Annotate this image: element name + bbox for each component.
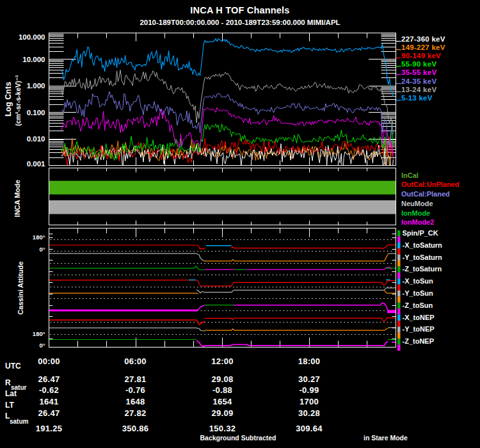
svg-text:100.000: 100.000 — [19, 33, 45, 41]
svg-text:350.86: 350.86 — [122, 424, 149, 433]
svg-text:Background Subtracted: Background Subtracted — [200, 434, 276, 442]
svg-text:-Z_toSaturn: -Z_toSaturn — [403, 265, 442, 273]
svg-text:29.09: 29.09 — [211, 408, 233, 418]
svg-text:0°: 0° — [39, 246, 45, 253]
svg-text:10.000: 10.000 — [22, 56, 45, 63]
svg-text:27.81: 27.81 — [124, 374, 146, 384]
svg-text:R: R — [5, 378, 11, 387]
svg-text:1648: 1648 — [125, 397, 145, 406]
svg-text:26.47: 26.47 — [38, 408, 60, 418]
svg-text:in Stare Mode: in Stare Mode — [364, 434, 408, 442]
svg-text:(cm²-sr-s-keV)⁻¹: (cm²-sr-s-keV)⁻¹ — [14, 75, 22, 126]
svg-text:InCal: InCal — [401, 172, 419, 179]
svg-text:-Z_toNEP: -Z_toNEP — [403, 337, 435, 345]
svg-text:-X_toNEP: -X_toNEP — [403, 314, 435, 321]
svg-text:-0.88: -0.88 — [212, 385, 232, 395]
svg-text:-Z_toSun: -Z_toSun — [403, 301, 433, 309]
svg-text:1641: 1641 — [39, 397, 58, 406]
svg-text:satum: satum — [10, 418, 29, 425]
svg-text:26.47: 26.47 — [38, 374, 60, 384]
svg-text:180°: 180° — [33, 330, 45, 337]
svg-text:0.100: 0.100 — [27, 109, 45, 116]
svg-text:06:00: 06:00 — [124, 356, 147, 366]
svg-text:-X_toSun: -X_toSun — [403, 277, 434, 285]
svg-text:1.000: 1.000 — [27, 82, 45, 90]
svg-text:90-149 keV: 90-149 keV — [401, 52, 441, 60]
svg-text:149-227 keV: 149-227 keV — [401, 44, 445, 51]
svg-text:-Y_toSaturn: -Y_toSaturn — [403, 253, 443, 261]
svg-text:180°: 180° — [33, 234, 45, 241]
svg-text:-Y_toSun: -Y_toSun — [403, 289, 434, 297]
svg-text:OutCal:UnPlaned: OutCal:UnPlaned — [401, 180, 459, 188]
svg-text:-0.76: -0.76 — [125, 385, 145, 395]
svg-text:OutCal:Planed: OutCal:Planed — [401, 190, 450, 198]
svg-text:30.27: 30.27 — [298, 374, 320, 384]
svg-text:IonMode2: IonMode2 — [401, 218, 434, 226]
svg-text:0.001: 0.001 — [27, 160, 45, 168]
svg-text:-X_toSaturn: -X_toSaturn — [403, 241, 443, 249]
svg-text:12:00: 12:00 — [211, 356, 234, 366]
svg-text:Lat: Lat — [5, 389, 17, 398]
svg-text:-0.62: -0.62 — [39, 385, 59, 395]
svg-text:2010-189T00:00:00.000 - 2010-1: 2010-189T00:00:00.000 - 2010-189T23:59:0… — [140, 19, 340, 26]
svg-text:Log Cnts: Log Cnts — [4, 82, 13, 116]
svg-text:18:00: 18:00 — [298, 356, 321, 366]
svg-text:1700: 1700 — [300, 397, 319, 406]
svg-text:13-24 keV: 13-24 keV — [401, 86, 436, 93]
svg-text:INCA H TOF Channels: INCA H TOF Channels — [190, 5, 289, 15]
svg-text:-0.99: -0.99 — [299, 385, 319, 395]
svg-text:NeuMode: NeuMode — [401, 200, 433, 207]
svg-text:1654: 1654 — [212, 397, 232, 406]
svg-text:24-35 keV: 24-35 keV — [401, 77, 436, 85]
svg-text:55-90 keV: 55-90 keV — [401, 60, 436, 68]
svg-text:IonMode: IonMode — [401, 209, 430, 217]
svg-text:27.82: 27.82 — [124, 408, 146, 418]
svg-text:-Y_toNEP: -Y_toNEP — [403, 325, 435, 333]
svg-text:0°: 0° — [39, 342, 45, 349]
svg-text:35-55 keV: 35-55 keV — [401, 68, 436, 76]
svg-text:150.32: 150.32 — [209, 424, 236, 433]
svg-text:LT: LT — [5, 401, 14, 410]
svg-text:INCA Mode: INCA Mode — [13, 180, 21, 217]
svg-text:Cassini Attitude: Cassini Attitude — [17, 261, 24, 314]
svg-text:30.28: 30.28 — [298, 408, 320, 418]
svg-text:191.25: 191.25 — [36, 424, 63, 433]
svg-text:29.08: 29.08 — [211, 374, 233, 384]
svg-text:0.010: 0.010 — [27, 135, 45, 143]
svg-text:UTC: UTC — [5, 362, 21, 371]
svg-text:5-13 keV: 5-13 keV — [401, 94, 433, 102]
svg-text:00:00: 00:00 — [38, 356, 60, 366]
svg-text:309.64: 309.64 — [296, 424, 323, 433]
svg-text:227-360 keV: 227-360 keV — [401, 35, 445, 43]
svg-text:Spin/P_CK: Spin/P_CK — [403, 229, 438, 237]
